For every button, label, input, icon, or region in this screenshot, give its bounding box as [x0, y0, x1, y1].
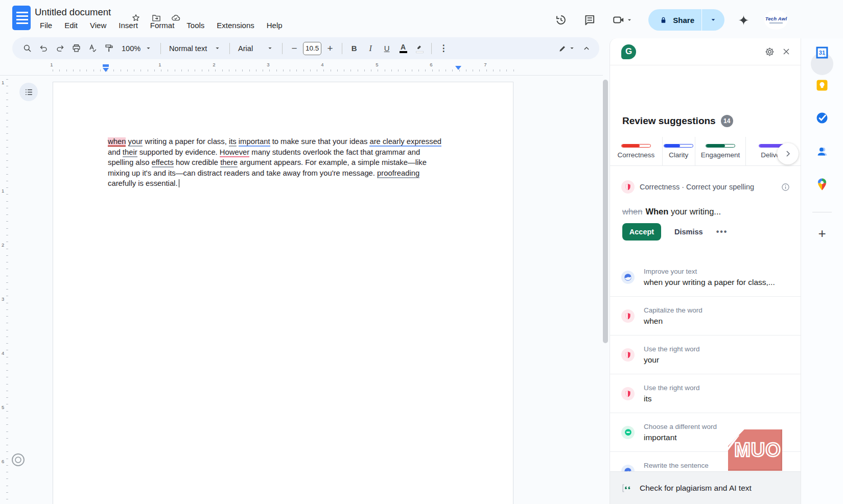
suggestion-item[interactable]: Use the right wordyour: [610, 335, 801, 374]
hide-menus-button[interactable]: [579, 41, 594, 56]
search-menus-button[interactable]: [19, 41, 35, 56]
document-line[interactable]: mixing up it's and its—can distract read…: [108, 168, 460, 179]
font-family-select[interactable]: Arial: [234, 41, 278, 56]
chevron-right-icon: [783, 149, 793, 159]
first-line-indent-marker[interactable]: [103, 68, 109, 72]
document-line[interactable]: and their supported by evidence. However…: [108, 147, 460, 158]
print-button[interactable]: [68, 41, 84, 56]
menu-insert[interactable]: Insert: [112, 20, 144, 32]
underlined-word[interactable]: your: [128, 137, 143, 147]
undo-button[interactable]: [36, 41, 51, 56]
menu-extensions[interactable]: Extensions: [210, 20, 260, 32]
underlined-word[interactable]: proofreading: [377, 169, 419, 178]
suggestion-item[interactable]: Use the right wordits: [610, 374, 801, 413]
ruler-tick: [6, 133, 8, 134]
vertical-ruler[interactable]: 1123456: [0, 77, 9, 504]
underlined-word[interactable]: when: [108, 137, 126, 147]
menu-file[interactable]: File: [34, 20, 58, 32]
document-title[interactable]: Untitled document: [35, 7, 111, 18]
version-history-icon[interactable]: [550, 12, 572, 28]
menu-view[interactable]: View: [84, 20, 112, 32]
paragraph-style-select[interactable]: Normal text: [165, 41, 225, 56]
share-menu-button[interactable]: [702, 16, 724, 24]
settings-gear-icon[interactable]: [764, 46, 775, 57]
accept-button[interactable]: Accept: [622, 223, 661, 241]
italic-button[interactable]: I: [363, 41, 378, 56]
font-size-input[interactable]: 10.5: [303, 42, 321, 55]
menu-help[interactable]: Help: [261, 20, 289, 32]
ruler-tick: [6, 424, 8, 425]
google-tasks-icon[interactable]: [815, 111, 829, 125]
google-docs-logo[interactable]: [12, 6, 31, 30]
ruler-tick: [6, 478, 8, 479]
ruler-tick: [6, 357, 8, 357]
google-contacts-icon[interactable]: [815, 145, 829, 159]
ruler-tick: [6, 167, 8, 167]
more-toolbar-options-button[interactable]: ⋮: [436, 41, 451, 56]
suggestion-item[interactable]: Improve your textwhen your writing a pap…: [610, 258, 801, 297]
zoom-select[interactable]: 100%: [118, 41, 156, 56]
orb-icon: [621, 271, 635, 284]
ruler-number: 3: [2, 296, 4, 302]
ruler-tick: [6, 418, 8, 418]
ruler-tick: [93, 69, 94, 71]
underlined-word[interactable]: its: [229, 137, 237, 147]
share-label: Share: [673, 16, 694, 25]
ruler-number: 4: [321, 62, 323, 67]
google-calendar-icon[interactable]: 31: [815, 45, 829, 60]
document-line[interactable]: when your writing a paper for class, its…: [108, 136, 460, 147]
document-outline-button[interactable]: [19, 83, 38, 101]
ruler-tick: [6, 465, 8, 466]
ruler-tick: [493, 69, 494, 71]
menu-tools[interactable]: Tools: [180, 20, 210, 32]
next-tabs-button[interactable]: [777, 143, 799, 164]
gemini-sparkle-icon[interactable]: [733, 12, 754, 28]
dismiss-button[interactable]: Dismiss: [674, 228, 703, 236]
explore-button[interactable]: [11, 452, 26, 467]
underline-button[interactable]: U: [379, 41, 394, 56]
underlined-word[interactable]: effects: [152, 158, 174, 167]
increase-font-size-button[interactable]: +: [322, 41, 338, 56]
paint-format-button[interactable]: [101, 41, 116, 56]
left-indent-marker[interactable]: [103, 64, 109, 67]
document-line[interactable]: spelling also effects how credible there…: [108, 157, 460, 168]
google-maps-icon[interactable]: [815, 177, 829, 191]
plagiarism-footer[interactable]: Check for plagiarism and AI text: [610, 471, 801, 504]
add-addon-button[interactable]: +: [818, 226, 826, 242]
video-call-button[interactable]: [607, 12, 638, 28]
panel-scrollbar[interactable]: [603, 80, 608, 343]
menu-edit[interactable]: Edit: [58, 20, 84, 32]
more-options-icon[interactable]: •••: [716, 227, 728, 236]
spelling-check-button[interactable]: [85, 41, 100, 56]
document-paragraph[interactable]: when your writing a paper for class, its…: [108, 136, 460, 189]
info-icon[interactable]: [781, 182, 790, 192]
editing-mode-button[interactable]: [556, 41, 578, 56]
ruler-tick: [452, 69, 453, 71]
comments-icon[interactable]: [579, 12, 600, 28]
google-keep-icon[interactable]: [815, 78, 829, 92]
tab-correctness[interactable]: Correctness: [610, 137, 663, 165]
redo-button[interactable]: [52, 41, 67, 56]
decrease-font-size-button[interactable]: −: [287, 41, 302, 56]
underlined-word[interactable]: their: [123, 148, 137, 157]
share-button[interactable]: Share: [648, 15, 701, 25]
bold-button[interactable]: B: [346, 41, 362, 56]
right-indent-marker[interactable]: [455, 66, 461, 70]
underlined-word[interactable]: are clearly expressed: [369, 137, 441, 147]
menu-format[interactable]: Format: [144, 20, 181, 32]
ruler-tick: [446, 69, 446, 71]
document-page[interactable]: when your writing a paper for class, its…: [53, 82, 513, 504]
document-line[interactable]: carefully is essential.: [108, 178, 460, 189]
header-actions: Share Tech Awl: [550, 9, 788, 31]
suggestion-item[interactable]: Capitalize the wordwhen: [610, 297, 801, 335]
tab-clarity[interactable]: Clarity: [663, 137, 695, 165]
underlined-word[interactable]: However: [220, 148, 249, 157]
underlined-word[interactable]: there: [220, 158, 238, 167]
horizontal-ruler[interactable]: 11234567: [0, 61, 603, 73]
close-panel-icon[interactable]: [781, 46, 791, 57]
tab-engagement[interactable]: Engagement: [695, 137, 746, 165]
ruler-tick: [323, 69, 324, 71]
text-color-button[interactable]: A: [395, 41, 411, 56]
highlight-color-button[interactable]: [412, 41, 427, 56]
underlined-word[interactable]: important: [239, 137, 270, 147]
